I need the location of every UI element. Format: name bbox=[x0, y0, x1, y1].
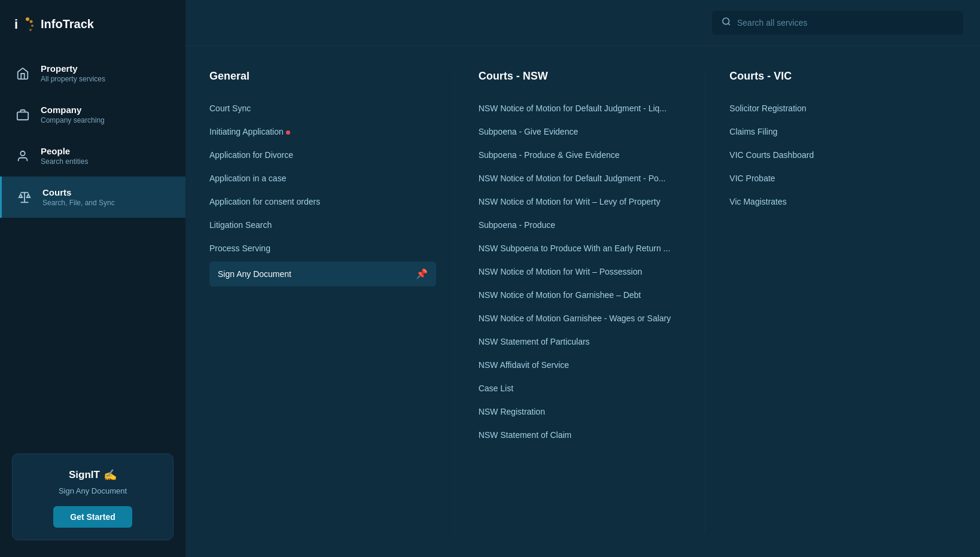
svg-point-10 bbox=[723, 18, 729, 25]
menu-link[interactable]: NSW Notice of Motion for Default Judgmen… bbox=[479, 167, 705, 190]
menu-link[interactable]: NSW Statement of Claim bbox=[479, 424, 705, 447]
sidebar-item-people-title: People bbox=[41, 146, 88, 156]
menu-link[interactable]: NSW Notice of Motion for Garnishee – Deb… bbox=[479, 284, 705, 307]
menu-link[interactable]: VIC Probate bbox=[729, 167, 956, 190]
menu-link[interactable]: Subpoena - Give Evidence bbox=[479, 120, 705, 144]
menu-link[interactable]: NSW Notice of Motion for Writ – Possessi… bbox=[479, 260, 705, 284]
menu-link[interactable]: NSW Subpoena to Produce With an Early Re… bbox=[479, 237, 705, 260]
general-links: Court SyncInitiating ApplicationApplicat… bbox=[209, 97, 436, 287]
courts-nsw-column: Courts - NSW NSW Notice of Motion for De… bbox=[454, 70, 705, 533]
sidebar-item-people-subtitle: Search entities bbox=[41, 157, 88, 166]
courts-nsw-header: Courts - NSW bbox=[479, 70, 705, 83]
svg-point-2 bbox=[30, 20, 33, 23]
menu-link[interactable]: NSW Affidavit of Service bbox=[479, 354, 705, 377]
promo-title: SignIT ✍️ bbox=[25, 468, 161, 482]
menu-link[interactable]: NSW Notice of Motion Garnishee - Wages o… bbox=[479, 307, 705, 330]
menu-link[interactable]: NSW Statement of Particulars bbox=[479, 330, 705, 354]
person-icon bbox=[14, 148, 31, 165]
menu-link[interactable]: Court Sync bbox=[209, 97, 436, 120]
menu-link[interactable]: Subpoena - Produce & Give Evidence bbox=[479, 144, 705, 167]
home-icon bbox=[14, 65, 31, 82]
sidebar-item-courts-title: Courts bbox=[42, 187, 115, 197]
app-name: InfoTrack bbox=[41, 17, 94, 31]
menu-link[interactable]: Application for Divorce bbox=[209, 144, 436, 167]
sidebar-item-property[interactable]: Property All property services bbox=[0, 53, 185, 94]
notification-dot bbox=[286, 130, 290, 135]
svg-point-1 bbox=[26, 17, 29, 21]
sidebar-nav: Property All property services Company C… bbox=[0, 53, 185, 439]
services-grid: General Court SyncInitiating Application… bbox=[185, 46, 980, 557]
promo-subtitle: Sign Any Document bbox=[25, 486, 161, 495]
menu-link[interactable]: Application in a case bbox=[209, 167, 436, 190]
courts-nsw-links: NSW Notice of Motion for Default Judgmen… bbox=[479, 97, 705, 447]
get-started-button[interactable]: Get Started bbox=[53, 506, 132, 528]
sidebar-item-company-subtitle: Company searching bbox=[41, 116, 105, 124]
sidebar-item-property-subtitle: All property services bbox=[41, 75, 105, 83]
search-input[interactable] bbox=[737, 18, 954, 28]
courts-vic-header: Courts - VIC bbox=[729, 70, 956, 83]
menu-link[interactable]: Claims Filing bbox=[729, 120, 956, 144]
general-column: General Court SyncInitiating Application… bbox=[209, 70, 454, 533]
svg-point-6 bbox=[20, 151, 25, 155]
sidebar-item-courts[interactable]: Courts Search, File, and Sync bbox=[0, 176, 185, 218]
menu-link[interactable]: Process Serving bbox=[209, 237, 436, 260]
menu-link[interactable]: Case List bbox=[479, 377, 705, 400]
sidebar-item-property-title: Property bbox=[41, 63, 105, 74]
top-bar bbox=[185, 0, 980, 46]
sidebar-item-company-title: Company bbox=[41, 105, 105, 115]
infotrack-logo-icon: i bbox=[14, 13, 36, 35]
menu-link[interactable]: Subpoena - Produce bbox=[479, 214, 705, 237]
briefcase-icon bbox=[14, 106, 31, 123]
menu-link[interactable]: NSW Notice of Motion for Default Judgmen… bbox=[479, 97, 705, 120]
svg-rect-5 bbox=[17, 112, 28, 120]
sidebar-item-people[interactable]: People Search entities bbox=[0, 135, 185, 176]
menu-link[interactable]: Initiating Application bbox=[209, 120, 436, 144]
svg-text:i: i bbox=[14, 17, 18, 32]
general-header: General bbox=[209, 70, 436, 83]
menu-link[interactable]: NSW Registration bbox=[479, 400, 705, 424]
signit-promo: SignIT ✍️ Sign Any Document Get Started bbox=[12, 453, 174, 540]
svg-point-3 bbox=[31, 25, 34, 27]
menu-link[interactable]: Application for consent orders bbox=[209, 190, 436, 214]
pin-icon: 📌 bbox=[416, 268, 428, 279]
scales-icon bbox=[16, 189, 33, 206]
sidebar: i InfoTrack Property All property servic… bbox=[0, 0, 185, 557]
sidebar-item-company[interactable]: Company Company searching bbox=[0, 94, 185, 135]
search-bar[interactable] bbox=[712, 11, 963, 35]
menu-link[interactable]: NSW Notice of Motion for Writ – Levy of … bbox=[479, 190, 705, 214]
sign-icon: ✍️ bbox=[104, 468, 117, 482]
menu-link[interactable]: Solicitor Registration bbox=[729, 97, 956, 120]
courts-vic-column: Courts - VIC Solicitor RegistrationClaim… bbox=[705, 70, 956, 533]
menu-link-highlighted[interactable]: Sign Any Document📌 bbox=[209, 261, 436, 287]
search-icon bbox=[722, 17, 731, 29]
svg-point-4 bbox=[29, 29, 32, 31]
courts-vic-links: Solicitor RegistrationClaims FilingVIC C… bbox=[729, 97, 956, 214]
menu-link[interactable]: VIC Courts Dashboard bbox=[729, 144, 956, 167]
main-content: General Court SyncInitiating Application… bbox=[185, 0, 980, 557]
menu-link[interactable]: Vic Magistrates bbox=[729, 190, 956, 214]
menu-link[interactable]: Litigation Search bbox=[209, 214, 436, 237]
sidebar-item-courts-subtitle: Search, File, and Sync bbox=[42, 199, 115, 207]
app-logo: i InfoTrack bbox=[0, 0, 185, 53]
svg-line-11 bbox=[728, 23, 730, 25]
